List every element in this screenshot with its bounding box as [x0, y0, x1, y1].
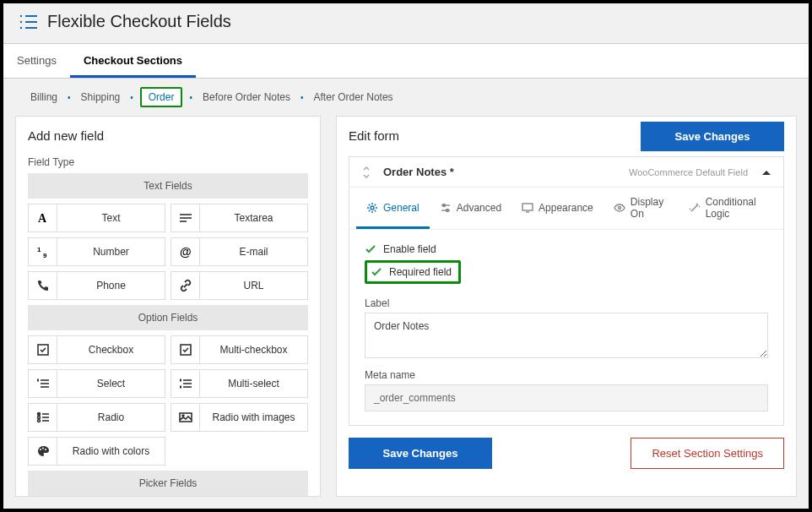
svg-point-24 [37, 413, 40, 416]
multi-select-icon [171, 369, 200, 398]
reset-section-button[interactable]: Reset Section Settings [631, 438, 784, 469]
field-settings-tabs: General Advanced Appearance Display On [349, 188, 783, 230]
sub-nav-shipping[interactable]: Shipping [78, 90, 124, 105]
field-type-textarea[interactable]: Textarea [171, 204, 308, 232]
field-type-text[interactable]: A Text [28, 204, 165, 232]
tab-display-on[interactable]: Display On [604, 188, 679, 229]
sub-nav: Billing • Shipping • Order • Before Orde… [3, 79, 809, 116]
monitor-icon [522, 202, 533, 214]
checkbox-icon [171, 335, 200, 364]
palette-icon [29, 437, 57, 466]
field-type-multi-checkbox[interactable]: Multi-checkbox [171, 335, 308, 364]
group-picker-fields: Picker Fields [28, 471, 308, 496]
checkbox-label: Required field [389, 266, 452, 278]
separator-dot: • [189, 93, 192, 102]
field-type-radio[interactable]: Radio [28, 403, 165, 432]
required-field-checkbox[interactable]: Required field [365, 260, 461, 284]
svg-point-37 [442, 204, 445, 207]
at-icon: @ [171, 237, 200, 266]
page-header: Flexible Checkout Fields [3, 3, 809, 43]
svg-text:1: 1 [37, 246, 41, 253]
svg-point-26 [37, 417, 40, 419]
field-type-label: E-mail [200, 246, 307, 258]
field-type-email[interactable]: @ E-mail [171, 237, 308, 266]
field-type-multi-select[interactable]: Multi-select [171, 369, 308, 398]
sub-nav-order[interactable]: Order [140, 87, 183, 107]
textarea-icon [171, 204, 200, 232]
tab-checkout-sections[interactable]: Checkout Sections [70, 44, 196, 78]
svg-text:A: A [38, 212, 47, 225]
field-type-label: Multi-select [200, 378, 307, 389]
field-type-radio-colors[interactable]: Radio with colors [28, 437, 165, 466]
tab-appearance[interactable]: Appearance [512, 188, 604, 229]
link-icon [171, 271, 200, 300]
field-header[interactable]: Order Notes * WooCommerce Default Field [349, 157, 783, 188]
field-type-number[interactable]: 19 Number [28, 237, 165, 266]
enable-field-checkbox[interactable]: Enable field [365, 240, 768, 259]
sub-nav-billing[interactable]: Billing [27, 90, 61, 105]
separator-dot: • [130, 93, 133, 102]
field-type-checkbox[interactable]: Checkbox [28, 335, 165, 364]
field-type-label: Select [57, 378, 165, 389]
wand-icon [689, 202, 701, 214]
add-field-panel: Add new field Field Type Text Fields A T… [15, 116, 321, 497]
select-icon [29, 369, 57, 398]
check-icon [371, 266, 382, 278]
svg-point-35 [371, 206, 374, 210]
field-type-label: Field Type [16, 156, 320, 173]
field-type-phone[interactable]: Phone [28, 271, 165, 300]
radio-icon [29, 403, 57, 432]
label-input[interactable] [365, 313, 768, 358]
sliders-icon [440, 202, 452, 214]
tab-label: Advanced [457, 202, 501, 214]
field-type-label: Checkbox [57, 344, 165, 356]
tab-label: General [383, 202, 420, 214]
collapse-icon[interactable] [761, 169, 771, 176]
phone-icon [29, 271, 57, 300]
checkbox-icon [29, 335, 57, 364]
tab-label: Appearance [539, 202, 593, 214]
separator-dot: • [300, 93, 304, 102]
svg-point-4 [20, 26, 22, 28]
group-text-fields: Text Fields [28, 173, 308, 199]
save-changes-bottom-button[interactable]: Save Changes [349, 438, 492, 469]
list-icon [19, 13, 39, 31]
label-field-label: Label [365, 297, 768, 309]
field-type-url[interactable]: URL [171, 271, 308, 300]
svg-text:9: 9 [43, 252, 47, 259]
number-icon: 19 [29, 237, 57, 266]
edit-form-title: Edit form [337, 117, 411, 156]
field-editor: Order Notes * WooCommerce Default Field … [349, 156, 784, 426]
svg-point-33 [42, 448, 44, 449]
tab-advanced[interactable]: Advanced [430, 188, 512, 229]
field-type-label: Radio with colors [57, 445, 165, 457]
field-type-select[interactable]: Select [28, 369, 165, 398]
meta-name-value: _order_comments [365, 384, 768, 411]
tab-conditional-logic[interactable]: Conditional Logic [679, 188, 777, 229]
drag-handle-icon[interactable] [361, 166, 371, 178]
svg-point-42 [618, 207, 620, 210]
field-type-label: URL [200, 280, 307, 291]
save-changes-top-button[interactable]: Save Changes [641, 122, 784, 151]
field-title: Order Notes * [383, 166, 454, 178]
field-type-label: Phone [57, 280, 165, 291]
svg-point-2 [20, 20, 22, 22]
sub-nav-after-notes[interactable]: After Order Notes [311, 90, 397, 105]
field-type-label: Radio [57, 411, 165, 423]
tab-settings[interactable]: Settings [3, 44, 70, 78]
group-option-fields: Option Fields [28, 305, 308, 330]
check-icon [365, 243, 376, 255]
page-title: Flexible Checkout Fields [47, 12, 231, 31]
edit-form-panel: Edit form Save Changes Order Notes * Woo… [336, 116, 797, 497]
tab-general[interactable]: General [356, 188, 430, 229]
field-type-radio-images[interactable]: Radio with images [171, 403, 308, 432]
field-type-label: Number [57, 246, 165, 258]
top-nav: Settings Checkout Sections [3, 43, 809, 79]
text-icon: A [29, 204, 57, 232]
svg-text:@: @ [180, 245, 192, 259]
svg-point-34 [45, 449, 46, 450]
meta-name-label: Meta name [365, 369, 768, 381]
field-type-label: Multi-checkbox [200, 344, 307, 356]
image-icon [171, 403, 200, 432]
sub-nav-before-notes[interactable]: Before Order Notes [199, 90, 294, 105]
